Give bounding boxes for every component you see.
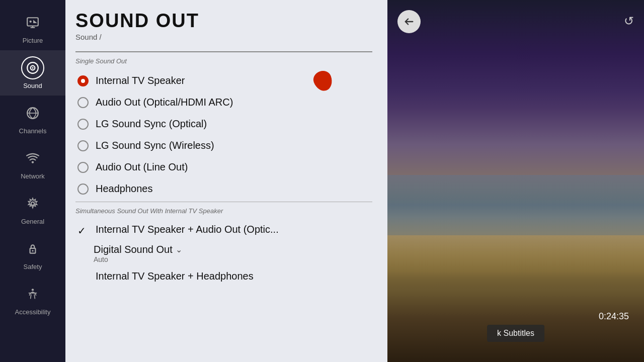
digital-sound-out-label: Digital Sound Out: [94, 244, 173, 255]
svg-point-10: [32, 161, 34, 163]
option-internal-audio-out-optical[interactable]: ✓ Internal TV Speaker + Audio Out (Optic…: [75, 220, 372, 241]
safety-icon: [21, 237, 44, 260]
accessibility-icon: [21, 283, 44, 306]
cursor-blob: [311, 68, 335, 94]
breadcrumb: Sound /: [75, 33, 372, 41]
simultaneous-sound-out-label: Simultaneous Sound Out With Internal TV …: [75, 207, 372, 215]
option-audio-out-optical-label: Audio Out (Optical/HDMI ARC): [96, 97, 233, 108]
option-internal-tv-speaker[interactable]: Internal TV Speaker: [75, 70, 372, 92]
sidebar-item-safety[interactable]: Safety: [0, 231, 65, 277]
radio-headphones: [77, 184, 89, 195]
network-icon: [21, 147, 44, 170]
sidebar-item-network-label: Network: [21, 172, 45, 180]
option-audio-out-line-out-label: Audio Out (Line Out): [96, 161, 188, 173]
sidebar-item-accessibility[interactable]: Accessibility: [0, 277, 65, 322]
digital-sound-out-value: Auto: [94, 255, 370, 263]
main-panel: SOUND OUT Sound / Single Sound Out Inter…: [65, 0, 387, 362]
sidebar-item-picture[interactable]: Picture: [0, 5, 65, 50]
tv-panel: ↺ 0:24:35 k Subtitles: [387, 0, 644, 362]
option-headphones-label: Headphones: [96, 183, 152, 195]
svg-point-14: [32, 289, 34, 291]
option-internal-audio-out-optical-label: Internal TV Speaker + Audio Out (Optic..…: [96, 224, 279, 235]
sidebar-item-sound-label: Sound: [23, 82, 42, 89]
sidebar-item-picture-label: Picture: [23, 37, 43, 44]
svg-point-11: [31, 202, 35, 206]
option-audio-out-optical[interactable]: Audio Out (Optical/HDMI ARC): [75, 92, 372, 113]
checkmark-internal-headphones: ✓: [77, 272, 89, 284]
option-lg-sound-sync-optical-label: LG Sound Sync (Optical): [96, 118, 207, 130]
sidebar-item-general[interactable]: General: [0, 186, 65, 231]
radio-lg-sound-sync-optical: [77, 119, 89, 130]
sound-icon: [21, 56, 44, 79]
refresh-icon[interactable]: ↺: [624, 14, 634, 28]
general-icon: [21, 192, 44, 215]
subtitles-bar[interactable]: k Subtitles: [487, 325, 544, 342]
svg-point-3: [30, 21, 32, 23]
sidebar-item-general-label: General: [21, 218, 44, 225]
checkmark-internal-audio-out-optical: ✓: [77, 225, 89, 237]
option-lg-sound-sync-wireless[interactable]: LG Sound Sync (Wireless): [75, 135, 372, 156]
radio-audio-out-optical: [77, 97, 89, 108]
timestamp: 0:24:35: [599, 311, 629, 322]
svg-rect-0: [27, 18, 38, 26]
digital-sound-out-row: Digital Sound Out ⌄: [94, 244, 370, 255]
svg-point-7: [32, 67, 33, 68]
page-title: SOUND OUT: [75, 10, 372, 32]
radio-internal-tv-speaker: [77, 75, 89, 86]
sidebar-item-network[interactable]: Network: [0, 141, 65, 186]
single-sound-out-label: Single Sound Out: [75, 57, 372, 65]
option-lg-sound-sync-optical[interactable]: LG Sound Sync (Optical): [75, 113, 372, 135]
sidebar-item-safety-label: Safety: [24, 263, 42, 270]
option-internal-tv-speaker-label: Internal TV Speaker: [96, 75, 185, 86]
option-lg-sound-sync-wireless-label: LG Sound Sync (Wireless): [96, 140, 214, 151]
channels-icon: [21, 102, 44, 125]
section-divider-top: [75, 51, 372, 52]
radio-audio-out-line-out: [77, 162, 89, 173]
option-internal-headphones-label: Internal TV Speaker + Headphones: [96, 270, 254, 282]
option-internal-headphones[interactable]: ✓ Internal TV Speaker + Headphones: [75, 266, 372, 288]
picture-icon: [21, 11, 44, 34]
radio-lg-sound-sync-wireless: [77, 140, 89, 151]
chevron-down-icon: ⌄: [176, 245, 182, 254]
back-button[interactable]: [397, 10, 421, 33]
sidebar-item-sound[interactable]: Sound: [0, 50, 65, 96]
svg-marker-4: [33, 20, 37, 24]
sidebar-item-channels[interactable]: Channels: [0, 96, 65, 141]
sidebar-item-accessibility-label: Accessibility: [15, 308, 51, 316]
option-audio-out-line-out[interactable]: Audio Out (Line Out): [75, 156, 372, 178]
sidebar: Picture Sound Channels: [0, 0, 65, 362]
svg-point-13: [32, 250, 33, 251]
option-headphones[interactable]: Headphones: [75, 178, 372, 200]
sidebar-item-channels-label: Channels: [19, 127, 47, 135]
option-digital-sound-out[interactable]: Digital Sound Out ⌄ Auto: [75, 241, 372, 266]
section-divider-simultaneous: [75, 202, 372, 202]
